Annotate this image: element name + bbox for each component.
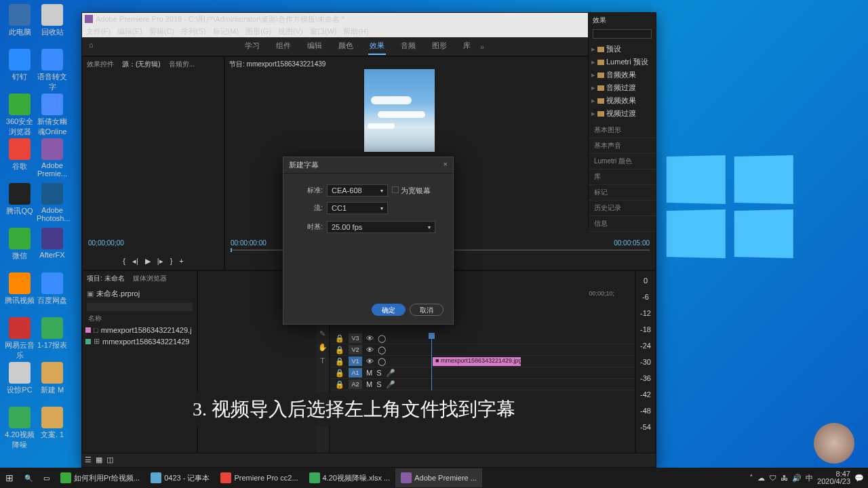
effects-folder[interactable]: ▸音频效果 (591, 68, 653, 81)
menu-item[interactable]: 文件(F) (85, 25, 112, 37)
notification-icon[interactable]: 💬 (854, 474, 864, 483)
desktop-icon[interactable]: 腾讯视频 (4, 272, 35, 306)
column-header-name[interactable]: 名称 (83, 312, 197, 325)
desktop-icon[interactable]: 回收站 (37, 4, 68, 37)
audio-track[interactable]: 🔒A1MS🎤 (331, 367, 635, 379)
desktop-icon[interactable]: 此电脑 (4, 4, 35, 37)
panel-section[interactable]: Lumetri 颜色 (589, 154, 656, 169)
menu-item[interactable]: 标记(M) (212, 25, 241, 37)
mark-in-icon[interactable]: { (123, 257, 125, 266)
desktop-icon[interactable]: 钉钉 (4, 49, 35, 82)
effects-tab[interactable]: 效果 (589, 13, 610, 28)
step-forward-icon[interactable]: |▸ (157, 257, 163, 266)
video-track[interactable]: 🔒V2👁◯ (331, 344, 635, 356)
menu-item[interactable]: 帮助(H) (342, 25, 370, 37)
workspace-tab[interactable]: 音频 (399, 38, 417, 55)
ok-button[interactable]: 确定 (372, 304, 406, 316)
standard-dropdown[interactable]: CEA-608▾ (327, 184, 388, 197)
widescreen-checkbox[interactable] (392, 186, 399, 193)
tray-cloud-icon[interactable]: ☁ (757, 474, 765, 483)
list-view-icon[interactable]: ☰ (85, 455, 92, 464)
desktop-icon[interactable]: 新倩女幽魂Online (37, 94, 68, 137)
project-search[interactable] (87, 303, 193, 311)
title-bar[interactable]: Adobe Premiere Pro 2019 - C:\用户\Administ… (82, 13, 656, 25)
desktop-icon[interactable]: 腾讯QQ (4, 183, 35, 216)
panel-section[interactable]: 信息 (589, 216, 656, 232)
menu-item[interactable]: 剪辑(C) (148, 25, 176, 37)
taskbar-app[interactable]: Adobe Premiere ... (395, 468, 482, 487)
panel-section[interactable]: 库 (589, 169, 656, 185)
effects-folder[interactable]: ▸视频效果 (591, 94, 653, 107)
tray-ime-icon[interactable]: 中 (806, 473, 813, 483)
home-icon[interactable]: ⌂ (89, 41, 101, 53)
media-browser-tab[interactable]: 媒体浏览器 (129, 271, 171, 286)
menu-item[interactable]: 编辑(E) (116, 25, 144, 37)
video-track[interactable]: 🔒V3👁◯ (331, 333, 635, 344)
panel-section[interactable]: 标记 (589, 185, 656, 201)
type-tool-icon[interactable]: T (318, 357, 328, 366)
search-icon[interactable]: 🔍 (19, 468, 38, 487)
source-tab-none[interactable]: 效果控件 (83, 57, 118, 72)
assistant-avatar[interactable] (814, 423, 854, 464)
audio-track[interactable]: 🔒A2MS🎤 (331, 379, 635, 390)
taskbar-app[interactable]: 0423 - 记事本 (145, 468, 215, 487)
source-tab-audio[interactable]: 音频剪... (165, 57, 199, 72)
desktop-icon[interactable]: 新建 M (37, 362, 68, 395)
effects-folder[interactable]: ▸预设 (591, 43, 653, 56)
timebase-dropdown[interactable]: 25.00 fps▾ (327, 221, 435, 233)
taskbar-app[interactable]: 如何利用Pr给视频... (55, 468, 145, 487)
desktop-icon[interactable]: 语音转文字 (37, 49, 68, 92)
desktop-icon[interactable]: 百度网盘 (37, 272, 68, 306)
workspace-tab[interactable]: 图形 (431, 38, 448, 55)
task-view-icon[interactable]: ▭ (38, 468, 55, 487)
menu-item[interactable]: 图形(G) (244, 25, 273, 37)
workspace-tab[interactable]: 编辑 (306, 38, 323, 55)
desktop-icon[interactable]: 微信 (4, 228, 35, 261)
panel-section[interactable]: 基本图形 (589, 123, 656, 138)
hand-tool-icon[interactable]: ✋ (318, 343, 328, 352)
system-tray[interactable]: ˄ ☁ 🛡 🖧 🔊 中 8:47 2020/4/23 💬 (749, 470, 868, 485)
menu-item[interactable]: 窗口(W) (309, 25, 338, 37)
menu-item[interactable]: 视图(V) (277, 25, 304, 37)
effects-search[interactable] (593, 29, 652, 39)
pen-tool-icon[interactable]: ✎ (318, 329, 328, 339)
timeline-clip[interactable]: ■ mmexport1586343221429.jpg (433, 357, 521, 366)
effects-folder[interactable]: ▸音频过渡 (591, 81, 653, 94)
playhead[interactable] (431, 333, 432, 390)
menu-item[interactable]: 序列(S) (180, 25, 208, 37)
taskbar-app[interactable]: 4.20视频降噪.xlsx ... (304, 468, 396, 487)
project-item[interactable]: ⊞mmexport1586343221429 (83, 336, 197, 347)
desktop-icon[interactable]: Adobe Premie... (37, 138, 68, 178)
step-back-icon[interactable]: ◂| (132, 257, 138, 266)
cancel-button[interactable]: 取消 (410, 304, 443, 316)
workspace-tab[interactable]: 学习 (243, 38, 261, 55)
tray-up-icon[interactable]: ˄ (749, 474, 753, 483)
project-tab[interactable]: 项目: 未命名 (83, 271, 129, 286)
workspace-overflow-icon[interactable]: » (480, 43, 484, 51)
stream-dropdown[interactable]: CC1▾ (327, 202, 388, 214)
desktop-icon[interactable]: 文案. 1 (37, 407, 68, 440)
tray-vol-icon[interactable]: 🔊 (792, 474, 802, 483)
tray-safe-icon[interactable]: 🛡 (769, 474, 776, 482)
project-item[interactable]: □mmexport1586343221429.j (83, 325, 197, 336)
desktop-icon[interactable]: 4.20视频降噪 (4, 407, 35, 450)
tray-net-icon[interactable]: 🖧 (781, 474, 788, 482)
workspace-tab[interactable]: 组件 (275, 38, 292, 55)
program-tab[interactable]: 节目: mmexport1586343221439 (225, 57, 330, 72)
desktop-icon[interactable]: 网易云音乐 (4, 317, 35, 361)
desktop-icon[interactable]: 谷歌 (4, 138, 35, 171)
freeform-view-icon[interactable]: ◫ (106, 455, 113, 464)
desktop-icon[interactable]: AfterFX (37, 228, 68, 259)
source-tab[interactable]: 源：(无剪辑) (118, 57, 165, 72)
effects-folder[interactable]: ▸视频过渡 (591, 107, 653, 120)
panel-section[interactable]: 历史记录 (589, 201, 656, 216)
start-button[interactable]: ⊞ (0, 468, 19, 487)
desktop-icon[interactable]: 设惊PC (4, 362, 35, 395)
mark-out-icon[interactable]: } (170, 257, 173, 266)
play-icon[interactable]: ▶ (145, 257, 151, 266)
workspace-tab[interactable]: 颜色 (337, 38, 355, 55)
add-marker-icon[interactable]: + (179, 257, 183, 266)
dialog-close-icon[interactable]: × (443, 160, 448, 170)
workspace-tab[interactable]: 库 (462, 38, 472, 55)
effects-folder[interactable]: ▸Lumetri 预设 (591, 56, 653, 68)
